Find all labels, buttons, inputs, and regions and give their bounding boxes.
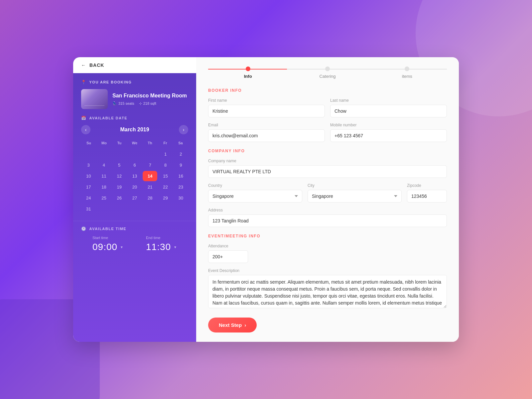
venue-image xyxy=(81,89,108,109)
start-time-value: 09:00 xyxy=(92,242,117,252)
calendar-grid: Su Mo Tu We Th Fr Sa 1234567891011121314… xyxy=(81,140,188,214)
company-name-input[interactable] xyxy=(208,165,447,178)
venue-name: San Francisco Meeting Room xyxy=(112,92,187,99)
event-info-title: EVENT/MEETING INFO xyxy=(208,234,447,238)
cal-day-16[interactable]: 16 xyxy=(174,171,188,181)
description-textarea[interactable] xyxy=(208,275,447,308)
back-section: ← BACK xyxy=(73,57,196,73)
cal-day-21[interactable]: 21 xyxy=(143,182,157,192)
cal-day-18[interactable]: 18 xyxy=(96,182,111,192)
email-group: Email xyxy=(208,123,325,142)
first-name-input[interactable] xyxy=(208,105,325,117)
city-select[interactable]: Singapore Kuala Lumpur xyxy=(308,190,402,202)
end-time-item: End time 11:30 ▼ xyxy=(146,236,177,252)
email-input[interactable] xyxy=(208,129,325,142)
description-group: Event Description xyxy=(208,268,447,308)
right-panel: Info Catering items BOOKER INFO First na… xyxy=(196,57,459,342)
end-time-value: 11:30 xyxy=(146,242,171,252)
step-items[interactable]: items xyxy=(367,66,447,79)
cal-day-6[interactable]: 6 xyxy=(127,160,142,170)
venue-details: San Francisco Meeting Room 315 seats 218… xyxy=(112,92,187,106)
seat-icon xyxy=(112,101,117,106)
cal-day-10[interactable]: 10 xyxy=(81,171,96,181)
cal-day-1[interactable]: 1 xyxy=(158,149,173,159)
cal-day-empty xyxy=(96,204,111,214)
description-label: Event Description xyxy=(208,268,447,273)
cal-day-27[interactable]: 27 xyxy=(127,193,142,203)
cal-day-12[interactable]: 12 xyxy=(112,171,127,181)
next-step-label: Next Step xyxy=(219,322,242,328)
venue-seats: 315 seats xyxy=(112,101,134,106)
last-name-group: Last name xyxy=(330,98,447,117)
calendar-section: AVAILABLE DATE ‹ March 2019 › Su Mo Tu W… xyxy=(73,116,196,221)
weekday-fr: Fr xyxy=(158,140,173,146)
cal-day-19[interactable]: 19 xyxy=(112,182,127,192)
cal-day-23[interactable]: 23 xyxy=(174,182,188,192)
address-input[interactable] xyxy=(208,214,447,227)
venue-sqft: 218 sqft xyxy=(139,101,156,106)
cal-day-3[interactable]: 3 xyxy=(81,160,96,170)
cal-day-empty xyxy=(81,149,96,159)
cal-day-31[interactable]: 31 xyxy=(81,204,96,214)
weekday-sa: Sa xyxy=(173,140,188,146)
company-info-title: COMPANY INFO xyxy=(208,149,447,153)
calendar-weekdays: Su Mo Tu We Th Fr Sa xyxy=(81,140,188,146)
cal-day-29[interactable]: 29 xyxy=(158,193,173,203)
contact-row: Email Mobile number xyxy=(208,123,447,142)
start-time-dropdown-icon[interactable]: ▼ xyxy=(120,245,123,249)
cal-day-24[interactable]: 24 xyxy=(81,193,96,203)
name-row: First name Last name xyxy=(208,98,447,117)
cal-day-empty xyxy=(174,204,188,214)
last-name-input[interactable] xyxy=(330,105,447,117)
cal-day-20[interactable]: 20 xyxy=(127,182,142,192)
country-label: Country xyxy=(208,183,302,188)
cal-day-30[interactable]: 30 xyxy=(174,193,188,203)
left-panel: ← BACK YOU ARE BOOKING San Francisco Mee… xyxy=(73,57,196,342)
mobile-group: Mobile number xyxy=(330,123,447,142)
attendance-label: Attendance xyxy=(208,244,248,248)
cal-day-11[interactable]: 11 xyxy=(96,171,111,181)
end-time-label: End time xyxy=(146,236,177,240)
cal-day-25[interactable]: 25 xyxy=(96,193,111,203)
cal-day-15[interactable]: 15 xyxy=(158,171,173,181)
last-name-label: Last name xyxy=(330,98,447,103)
cal-day-22[interactable]: 22 xyxy=(158,182,173,192)
cal-day-4[interactable]: 4 xyxy=(96,160,111,170)
attendance-input[interactable] xyxy=(208,250,248,263)
cal-day-28[interactable]: 28 xyxy=(143,193,157,203)
cal-day-5[interactable]: 5 xyxy=(112,160,127,170)
cal-day-26[interactable]: 26 xyxy=(112,193,127,203)
weekday-we: We xyxy=(127,140,142,146)
venue-card: San Francisco Meeting Room 315 seats 218… xyxy=(81,89,188,109)
end-time-dropdown-icon[interactable]: ▼ xyxy=(174,245,177,249)
venue-image-inner xyxy=(81,89,108,109)
calendar-header: ‹ March 2019 › xyxy=(81,125,188,134)
step-catering[interactable]: Catering xyxy=(288,66,367,79)
step-info-dot xyxy=(246,66,250,71)
next-step-button[interactable]: Next Step › xyxy=(208,318,257,332)
time-section: AVAILABLE TIME Start time 09:00 ▼ End ti… xyxy=(73,221,196,260)
cal-day-2[interactable]: 2 xyxy=(174,149,188,159)
step-info-label: Info xyxy=(244,74,252,79)
step-info[interactable]: Info xyxy=(208,66,288,79)
calendar-month: March 2019 xyxy=(120,127,149,133)
end-time-value-row: 11:30 ▼ xyxy=(146,242,177,252)
cal-day-7[interactable]: 7 xyxy=(143,160,157,170)
zipcode-input[interactable] xyxy=(407,190,447,202)
calendar-prev-button[interactable]: ‹ xyxy=(81,125,90,134)
country-select[interactable]: Singapore Malaysia Indonesia xyxy=(208,190,302,202)
cal-day-9[interactable]: 9 xyxy=(174,160,188,170)
booking-info: YOU ARE BOOKING San Francisco Meeting Ro… xyxy=(73,73,196,116)
cal-day-13[interactable]: 13 xyxy=(127,171,142,181)
weekday-th: Th xyxy=(142,140,158,146)
cal-day-14[interactable]: 14 xyxy=(143,171,157,181)
clock-icon xyxy=(81,226,87,231)
cal-day-17[interactable]: 17 xyxy=(81,182,96,192)
cal-day-empty xyxy=(143,149,157,159)
cal-day-8[interactable]: 8 xyxy=(158,160,173,170)
city-label: City xyxy=(308,183,402,188)
cal-day-empty xyxy=(127,204,142,214)
mobile-input[interactable] xyxy=(330,129,447,142)
calendar-next-button[interactable]: › xyxy=(179,125,188,134)
back-button[interactable]: BACK xyxy=(89,63,104,68)
